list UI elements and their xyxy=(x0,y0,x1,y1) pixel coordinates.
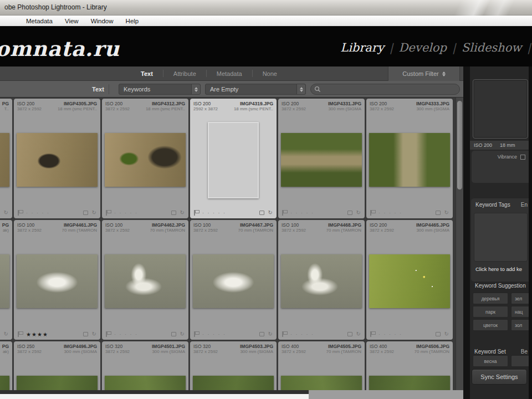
grid-cell[interactable]: ISO 320 IMGP4503.JPG 3872 x 2592 300 mm … xyxy=(190,341,277,390)
rotate-icon[interactable]: ↻ xyxy=(92,331,96,337)
filter-tab-metadata[interactable]: Metadata xyxy=(207,70,252,77)
photo-thumbnail[interactable] xyxy=(281,133,362,187)
rotate-icon[interactable]: ↻ xyxy=(92,210,96,216)
grid-cell[interactable]: PG T.. · · · · · ↻ xyxy=(0,99,12,218)
menu-help[interactable]: Help xyxy=(120,18,145,24)
vibrance-checkbox[interactable] xyxy=(520,155,525,160)
photo-thumbnail[interactable] xyxy=(0,376,9,390)
rotate-icon[interactable]: ↻ xyxy=(444,210,449,216)
dropdown-stepper-icon[interactable] xyxy=(191,84,200,94)
photo-thumbnail[interactable] xyxy=(193,376,274,390)
module-library[interactable]: Library xyxy=(335,41,390,54)
keyword-suggestion-button[interactable]: зол xyxy=(511,319,529,331)
photo-thumbnail[interactable] xyxy=(281,376,362,390)
grid-cell[interactable]: ISO 200 IMGP4465.JPG 3872 x 2592 300 mm … xyxy=(366,220,453,340)
keyword-tags-mode[interactable]: En xyxy=(521,202,528,208)
rotate-icon[interactable]: ↻ xyxy=(444,331,449,337)
grid-cell[interactable]: ISO 320 IMGP4501.JPG 3872 x 2592 300 mm … xyxy=(102,341,188,390)
grid-cell[interactable]: ISO 200 IMGP4331.JPG 3872 x 2592 300 mm … xyxy=(278,99,365,218)
flag-icon[interactable] xyxy=(18,210,22,216)
flag-icon[interactable] xyxy=(18,331,22,337)
rotate-icon[interactable]: ↻ xyxy=(356,331,361,337)
rating-stars[interactable]: · · · · · xyxy=(378,331,402,337)
rating-stars[interactable]: · · · · · xyxy=(290,331,314,337)
module-develop[interactable]: Develop xyxy=(393,41,452,54)
grid-cell[interactable]: ISO 100 IMGP4468.JPG 3872 x 2592 70 mm (… xyxy=(278,220,365,340)
rotate-icon[interactable]: ↻ xyxy=(180,331,185,337)
search-field-dropdown[interactable]: Keywords xyxy=(119,84,201,95)
add-keywords-hint[interactable]: Click here to add ke xyxy=(475,266,529,272)
flag-icon[interactable] xyxy=(106,331,110,337)
flag-icon[interactable] xyxy=(282,210,287,216)
grid-cell[interactable]: ISO 200 IMGP4305.JPG 3872 x 2592 18 mm (… xyxy=(14,99,100,218)
search-box[interactable] xyxy=(310,84,460,95)
menu-metadata[interactable]: Metadata xyxy=(20,18,59,24)
grid-cell[interactable]: ISO 250 IMGP4496.JPG 3872 x 2592 300 mm … xyxy=(14,341,100,390)
menu-view[interactable]: View xyxy=(59,18,85,24)
keyword-suggestion-button[interactable]: парк xyxy=(473,306,508,318)
grid-cell[interactable]: ISO 100 IMGP4462.JPG 3872 x 2592 70 mm (… xyxy=(102,220,188,340)
photo-thumbnail[interactable] xyxy=(105,376,186,390)
rotate-icon[interactable]: ↻ xyxy=(180,210,185,216)
filter-tab-none[interactable]: None xyxy=(253,70,287,77)
photo-thumbnail[interactable] xyxy=(369,133,450,187)
filter-tab-text[interactable]: Text xyxy=(131,70,163,77)
grid-cell[interactable]: ISO 400 IMGP4506.JPG 3872 x 2592 70 mm (… xyxy=(366,341,453,390)
scrollbar-thumb[interactable] xyxy=(457,101,462,190)
flag-icon[interactable] xyxy=(194,210,198,216)
flag-icon[interactable] xyxy=(106,210,110,216)
keyword-suggestion-button[interactable]: цветок xyxy=(473,319,508,331)
flag-icon[interactable] xyxy=(282,331,287,337)
photo-thumbnail[interactable] xyxy=(17,254,98,308)
photo-thumbnail[interactable] xyxy=(17,133,98,187)
rating-stars[interactable]: · · · · · xyxy=(114,331,138,337)
photo-thumbnail[interactable] xyxy=(208,122,259,198)
filter-tab-attribute[interactable]: Attribute xyxy=(163,70,206,77)
module-slideshow[interactable]: Slideshow xyxy=(456,41,528,54)
rating-stars[interactable]: · · · · · xyxy=(114,210,138,216)
photo-thumbnail[interactable] xyxy=(105,254,186,308)
search-condition-dropdown[interactable]: Are Empty xyxy=(205,84,306,95)
grid-cell[interactable]: ISO 100 IMGP4467.JPG 3872 x 2592 70 mm (… xyxy=(190,220,277,340)
rating-stars[interactable]: · · · · · xyxy=(202,210,226,216)
flag-icon[interactable] xyxy=(370,210,375,216)
grid-cell[interactable]: ISO 200 IMGP4312.JPG 3872 x 2592 18 mm (… xyxy=(102,99,188,218)
sync-settings-button[interactable]: Sync Settings xyxy=(472,369,527,385)
photo-thumbnail[interactable] xyxy=(281,254,362,308)
grid-cell[interactable]: ISO 100 IMGP4461.JPG 3872 x 2592 70 mm (… xyxy=(14,220,100,340)
rating-stars[interactable]: ★★★★ xyxy=(26,331,48,337)
photo-thumbnail[interactable] xyxy=(193,254,274,308)
grid-cell[interactable]: ISO 400 IMGP4505.JPG 3872 x 2592 70 mm (… xyxy=(278,341,365,390)
keyword-set-button[interactable]: весна xyxy=(473,355,508,367)
rotate-icon[interactable]: ↻ xyxy=(4,210,8,216)
photo-thumbnail[interactable] xyxy=(0,254,9,308)
flag-icon[interactable] xyxy=(194,331,198,337)
photo-thumbnail[interactable] xyxy=(369,376,450,390)
keyword-suggestion-button[interactable]: зел xyxy=(511,293,529,304)
rotate-icon[interactable]: ↻ xyxy=(268,210,273,216)
keyword-entry-box[interactable] xyxy=(474,213,528,262)
rating-stars[interactable]: · · · · · xyxy=(378,210,402,216)
search-input[interactable] xyxy=(324,85,446,93)
keyword-set-value[interactable]: Ве xyxy=(521,349,528,355)
grid-cell[interactable]: ISO 200 IMGP4333.JPG 3872 x 2592 300 mm … xyxy=(366,99,453,218)
rotate-icon[interactable]: ↻ xyxy=(268,331,273,337)
photo-thumbnail[interactable] xyxy=(17,376,98,390)
menu-window[interactable]: Window xyxy=(85,18,120,24)
rating-stars[interactable]: · · · · · xyxy=(290,210,314,216)
rotate-icon[interactable]: ↻ xyxy=(4,331,8,337)
grid-cell[interactable]: PG ak) · · · · · ↻ xyxy=(0,220,12,340)
dropdown-stepper-icon[interactable] xyxy=(296,84,305,94)
photo-thumbnail[interactable] xyxy=(369,254,450,308)
grid-cell[interactable]: ISO 200 IMGP4319.JPG 2592 x 3872 18 mm (… xyxy=(190,99,277,218)
rating-stars[interactable]: · · · · · xyxy=(202,331,226,337)
keyword-suggestion-button[interactable]: нац xyxy=(511,306,529,318)
grid-cell[interactable]: PG ak) · · · · · ↻ xyxy=(0,341,12,390)
keyword-suggestion-button[interactable]: деревья xyxy=(473,293,508,304)
photo-thumbnail[interactable] xyxy=(105,133,186,187)
rotate-icon[interactable]: ↻ xyxy=(356,210,361,216)
keyword-set-button[interactable] xyxy=(511,355,529,367)
grid-scrollbar[interactable] xyxy=(456,98,463,390)
photo-thumbnail[interactable] xyxy=(0,133,9,187)
rating-stars[interactable]: · · · · · xyxy=(26,210,50,216)
